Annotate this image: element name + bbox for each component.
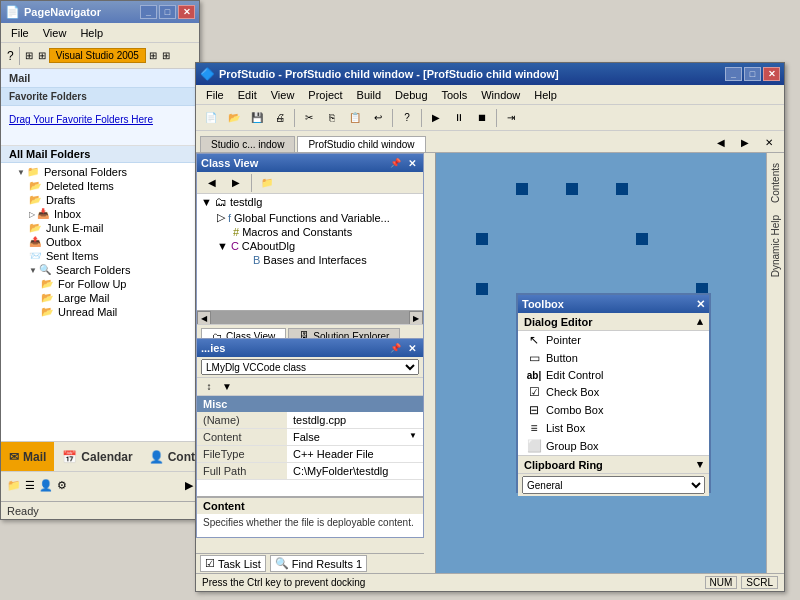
profstudio-title-bar[interactable]: 🔷 ProfStudio - ProfStudio child window -… <box>196 63 784 85</box>
tree-macros[interactable]: # Macros and Constants <box>197 225 423 239</box>
toolbox-item-edit[interactable]: ab| Edit Control <box>518 367 709 383</box>
nav-mail-btn[interactable]: ✉ Mail <box>1 442 54 471</box>
folder-search[interactable]: ▼ 🔍 Search Folders <box>1 263 199 277</box>
cv-hscroll-left[interactable]: ◀ <box>197 311 211 324</box>
ps-menu-help[interactable]: Help <box>528 88 563 102</box>
tb-pause[interactable]: ⏸ <box>448 108 470 128</box>
folder-drafts[interactable]: 📂 Drafts <box>1 193 199 207</box>
tree-caboutdlg[interactable]: ▼ C CAboutDlg <box>197 239 423 253</box>
folder-follow[interactable]: 📂 For Follow Up <box>1 277 199 291</box>
resize-handle-tr[interactable] <box>616 183 628 195</box>
prop-dropdown-icon[interactable]: ▼ <box>409 431 417 440</box>
toolbox-dropdown[interactable]: General <box>522 476 705 494</box>
cv-forward-btn[interactable]: ▶ <box>225 173 247 193</box>
find-results-tab[interactable]: 🔍 Find Results 1 <box>270 555 367 572</box>
tb-new[interactable]: 📄 <box>200 108 222 128</box>
menu-help[interactable]: Help <box>74 26 109 40</box>
toolbox-item-pointer[interactable]: ↖ Pointer <box>518 331 709 349</box>
tb-help[interactable]: ? <box>396 108 418 128</box>
menu-view[interactable]: View <box>37 26 73 40</box>
resize-handle-mr[interactable] <box>636 233 648 245</box>
ps-menu-window[interactable]: Window <box>475 88 526 102</box>
task-list-tab[interactable]: ☑ Task List <box>200 555 266 572</box>
page-nav-title-bar[interactable]: 📄 PageNavigator _ □ ✕ <box>1 1 199 23</box>
props-close-btn[interactable]: ✕ <box>405 343 419 354</box>
ps-menu-project[interactable]: Project <box>302 88 348 102</box>
folder-sent[interactable]: 📨 Sent Items <box>1 249 199 263</box>
cv-close-btn[interactable]: ✕ <box>405 158 419 169</box>
menu-file[interactable]: File <box>5 26 35 40</box>
resize-handle-tc[interactable] <box>566 183 578 195</box>
cv-pin-btn[interactable]: 📌 <box>388 158 403 169</box>
resize-handle-ml[interactable] <box>476 233 488 245</box>
resize-handle-bl[interactable] <box>476 283 488 295</box>
folder-inbox[interactable]: ▷ 📥 Inbox <box>1 207 199 221</box>
folder-view-icon[interactable]: 📁 <box>7 479 21 492</box>
tab-prev-btn[interactable]: ◀ <box>710 132 732 152</box>
tree-global-funcs[interactable]: ▷ f Global Functions and Variable... <box>197 210 423 225</box>
profstudio-min-btn[interactable]: _ <box>725 67 742 81</box>
ps-menu-tools[interactable]: Tools <box>436 88 474 102</box>
tb-copy[interactable]: ⎘ <box>321 108 343 128</box>
ps-menu-edit[interactable]: Edit <box>232 88 263 102</box>
profstudio-close-btn[interactable]: ✕ <box>763 67 780 81</box>
nav-calendar-btn[interactable]: 📅 Calendar <box>54 442 140 471</box>
tb-paste[interactable]: 📋 <box>344 108 366 128</box>
props-sort-btn[interactable]: ↕ <box>201 379 217 395</box>
page-nav-max-btn[interactable]: □ <box>159 5 176 19</box>
profstudio-max-btn[interactable]: □ <box>744 67 761 81</box>
tb-open[interactable]: 📂 <box>223 108 245 128</box>
cv-folder-btn[interactable]: 📁 <box>256 173 278 193</box>
toolbox-item-button[interactable]: ▭ Button <box>518 349 709 367</box>
list-view-icon[interactable]: ☰ <box>25 479 35 492</box>
tb-print[interactable]: 🖨 <box>269 108 291 128</box>
folder-outbox[interactable]: 📤 Outbox <box>1 235 199 249</box>
find-results-label: Find Results 1 <box>292 558 362 570</box>
toolbox-item-listbox[interactable]: ≡ List Box <box>518 419 709 437</box>
toolbox-item-groupbox[interactable]: ⬜ Group Box <box>518 437 709 455</box>
vtab-contents[interactable]: Contents <box>768 157 783 209</box>
ps-menu-build[interactable]: Build <box>351 88 387 102</box>
cv-hscroll-right[interactable]: ▶ <box>409 311 423 324</box>
vtab-dynamic-help[interactable]: Dynamic Help <box>768 209 783 283</box>
folder-large[interactable]: 📂 Large Mail <box>1 291 199 305</box>
tb-run[interactable]: ▶ <box>425 108 447 128</box>
person-icon[interactable]: 👤 <box>39 479 53 492</box>
tb-step[interactable]: ⇥ <box>500 108 522 128</box>
tab-close-btn[interactable]: ✕ <box>758 132 780 152</box>
ps-menu-debug[interactable]: Debug <box>389 88 433 102</box>
toolbox-close-btn[interactable]: ✕ <box>696 298 705 311</box>
tb-save[interactable]: 💾 <box>246 108 268 128</box>
folder-icon-inbox: 📥 <box>37 208 51 220</box>
toolbox-item-combobox[interactable]: ⊟ Combo Box <box>518 401 709 419</box>
folder-junk[interactable]: 📂 Junk E-mail <box>1 221 199 235</box>
props-pin-btn[interactable]: 📌 <box>388 343 403 354</box>
class-combo[interactable]: LMyDlg VCCode class <box>201 359 419 375</box>
shortcuts-icon[interactable]: ⚙ <box>57 479 67 492</box>
ps-menu-file[interactable]: File <box>200 88 230 102</box>
more-nav-icon[interactable]: ▶ <box>185 479 193 492</box>
folder-personal[interactable]: ▼ 📁 Personal Folders <box>1 165 199 179</box>
tree-testdlg[interactable]: ▼ 🗂 testdlg <box>197 194 423 210</box>
cv-hscroll[interactable]: ◀ ▶ <box>197 310 423 324</box>
tree-bases[interactable]: B Bases and Interfaces <box>197 253 423 267</box>
props-filter-btn[interactable]: ▼ <box>219 379 235 395</box>
ps-tab-studio[interactable]: Studio c... indow <box>200 136 295 152</box>
resize-handle-tl[interactable] <box>516 183 528 195</box>
cv-back-btn[interactable]: ◀ <box>201 173 223 193</box>
tb-undo[interactable]: ↩ <box>367 108 389 128</box>
cv-hscroll-thumb[interactable] <box>211 311 409 324</box>
favorite-folders-area: Drag Your Favorite Folders Here <box>1 106 199 146</box>
tab-next-btn[interactable]: ▶ <box>734 132 756 152</box>
ps-tab-child[interactable]: ProfStudio child window <box>297 136 425 152</box>
ps-menu-view[interactable]: View <box>265 88 301 102</box>
folder-deleted[interactable]: 📂 Deleted Items <box>1 179 199 193</box>
tb-stop[interactable]: ⏹ <box>471 108 493 128</box>
tb-cut[interactable]: ✂ <box>298 108 320 128</box>
page-nav-close-btn[interactable]: ✕ <box>178 5 195 19</box>
page-nav-min-btn[interactable]: _ <box>140 5 157 19</box>
toolbar-icon4: ⊞ <box>160 48 172 63</box>
folder-unread[interactable]: 📂 Unread Mail <box>1 305 199 319</box>
cv-sep <box>251 174 252 192</box>
toolbox-item-checkbox[interactable]: ☑ Check Box <box>518 383 709 401</box>
